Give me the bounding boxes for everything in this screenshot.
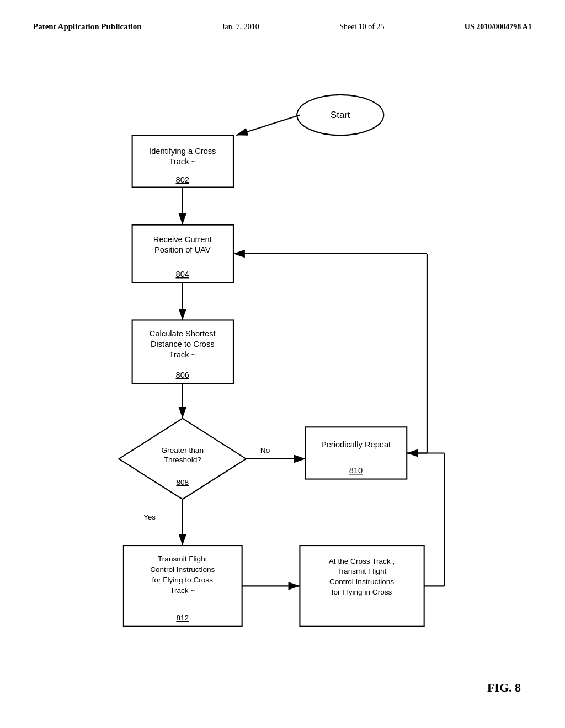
svg-text:802: 802 [176,175,189,184]
sheet-info: Sheet 10 of 25 [339,23,384,31]
publication-date: Jan. 7, 2010 [222,23,259,31]
svg-text:Control Instructions: Control Instructions [150,565,215,574]
svg-text:812: 812 [176,614,189,622]
svg-text:Track ~: Track ~ [170,586,195,595]
patent-number: US 2010/0004798 A1 [465,23,532,31]
page-header: Patent Application Publication Jan. 7, 2… [0,0,565,31]
start-label: Start [331,110,350,120]
svg-text:Receive Current: Receive Current [153,235,212,244]
svg-text:At the Cross Track ,: At the Cross Track , [329,557,395,565]
svg-text:Yes: Yes [143,513,156,521]
svg-text:Threshold?: Threshold? [164,456,202,464]
svg-text:Position of UAV: Position of UAV [154,245,211,254]
svg-text:810: 810 [349,466,363,475]
svg-line-2 [236,115,300,136]
svg-text:Control Instructions: Control Instructions [329,577,394,586]
svg-text:Transmit Flight: Transmit Flight [158,555,207,563]
svg-text:Track ~: Track ~ [169,157,196,166]
svg-text:Periodically Repeat: Periodically Repeat [321,440,391,449]
figure-label: FIG. 8 [487,681,521,695]
publication-title: Patent Application Publication [33,22,142,31]
svg-text:for Flying to Cross: for Flying to Cross [152,576,214,584]
svg-text:808: 808 [176,478,189,486]
svg-text:Transmit Flight: Transmit Flight [337,567,387,575]
svg-text:for Flying in Cross: for Flying in Cross [332,588,392,596]
svg-text:804: 804 [176,270,189,279]
svg-text:Track ~: Track ~ [169,350,196,359]
svg-text:Greater than: Greater than [162,446,204,454]
svg-text:806: 806 [176,371,189,379]
svg-text:Calculate Shortest: Calculate Shortest [150,329,216,338]
flowchart-diagram: Start Identifying a Cross Track ~ 802 Re… [0,72,565,678]
svg-text:Distance to Cross: Distance to Cross [151,340,215,349]
svg-text:No: No [260,446,270,454]
svg-text:Identifying a Cross: Identifying a Cross [149,147,216,156]
